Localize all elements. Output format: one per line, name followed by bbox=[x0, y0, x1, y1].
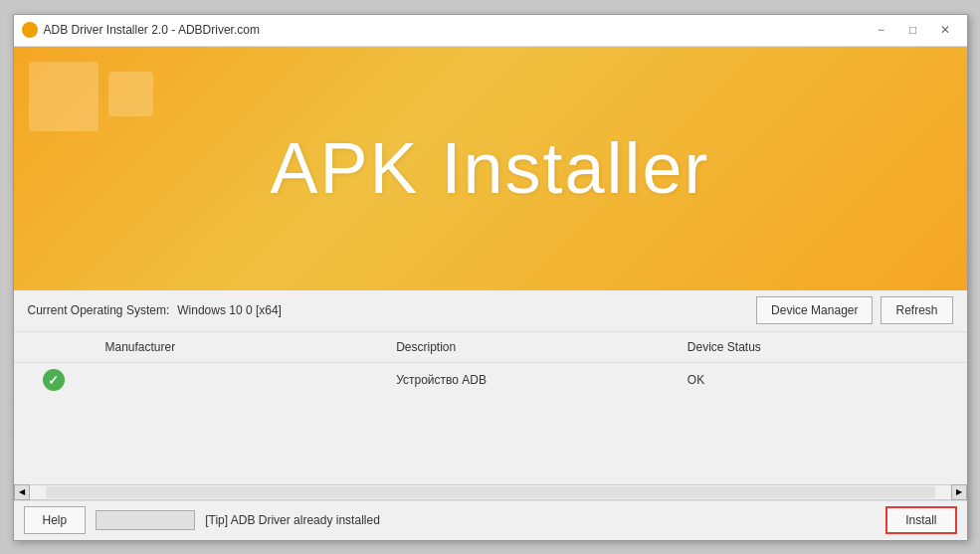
check-icon bbox=[43, 369, 65, 391]
device-manager-button[interactable]: Device Manager bbox=[756, 296, 873, 324]
app-icon bbox=[22, 22, 38, 38]
col-header-manufacturer: Manufacturer bbox=[94, 332, 385, 362]
col-header-status: Device Status bbox=[676, 332, 967, 362]
install-button[interactable]: Install bbox=[885, 506, 956, 534]
col-header-icon bbox=[14, 332, 94, 362]
row-status-icon-cell bbox=[14, 363, 94, 397]
empty-cell-4 bbox=[676, 410, 967, 422]
banner-decorations bbox=[29, 62, 153, 131]
table-header: Manufacturer Description Device Status bbox=[14, 332, 967, 363]
horizontal-scrollbar[interactable]: ◀ ▶ bbox=[14, 484, 967, 500]
table-row[interactable]: Устройство ADB OK bbox=[14, 363, 967, 399]
empty-cell-1 bbox=[14, 410, 94, 422]
minimize-button[interactable]: − bbox=[868, 19, 895, 41]
info-bar: Current Operating System: Windows 10 0 [… bbox=[14, 290, 967, 332]
info-bar-left: Current Operating System: Windows 10 0 [… bbox=[28, 303, 757, 317]
col-header-description: Description bbox=[384, 332, 676, 362]
os-label: Current Operating System: bbox=[28, 303, 170, 317]
scroll-track[interactable] bbox=[46, 486, 935, 498]
banner: APK Installer bbox=[14, 47, 967, 290]
row-device-status: OK bbox=[676, 367, 967, 393]
table-row-empty-2 bbox=[14, 435, 967, 470]
title-bar-left: ADB Driver Installer 2.0 - ADBDriver.com bbox=[22, 22, 260, 38]
os-value: Windows 10 0 [x64] bbox=[177, 303, 282, 317]
help-button[interactable]: Help bbox=[24, 506, 87, 534]
scroll-left-arrow[interactable]: ◀ bbox=[14, 484, 30, 500]
close-button[interactable]: ✕ bbox=[931, 19, 959, 41]
empty-cell-6 bbox=[94, 446, 385, 458]
maximize-button[interactable]: □ bbox=[899, 19, 927, 41]
banner-square-large bbox=[29, 62, 98, 131]
empty-cell-5 bbox=[14, 446, 94, 458]
table-area: Manufacturer Description Device Status У… bbox=[14, 332, 967, 484]
bottom-bar: Help [Tip] ADB Driver already installed … bbox=[14, 500, 967, 540]
empty-cell-7 bbox=[384, 446, 676, 458]
title-bar-controls: − □ ✕ bbox=[868, 19, 959, 41]
main-window: ADB Driver Installer 2.0 - ADBDriver.com… bbox=[13, 14, 968, 541]
empty-cell-8 bbox=[676, 446, 967, 458]
table-row-empty-1 bbox=[14, 399, 967, 435]
row-description: Устройство ADB bbox=[384, 367, 676, 393]
tip-text: [Tip] ADB Driver already installed bbox=[205, 513, 876, 527]
window-title: ADB Driver Installer 2.0 - ADBDriver.com bbox=[44, 23, 260, 37]
info-bar-buttons: Device Manager Refresh bbox=[756, 296, 952, 324]
banner-title: APK Installer bbox=[270, 127, 709, 209]
refresh-button[interactable]: Refresh bbox=[881, 296, 952, 324]
row-manufacturer bbox=[94, 374, 385, 386]
empty-cell-3 bbox=[384, 410, 676, 422]
empty-cell-2 bbox=[94, 410, 385, 422]
scroll-right-arrow[interactable]: ▶ bbox=[951, 484, 967, 500]
banner-square-small bbox=[108, 72, 153, 116]
progress-bar bbox=[96, 510, 195, 530]
title-bar: ADB Driver Installer 2.0 - ADBDriver.com… bbox=[14, 15, 967, 47]
table-body: Устройство ADB OK bbox=[14, 363, 967, 484]
